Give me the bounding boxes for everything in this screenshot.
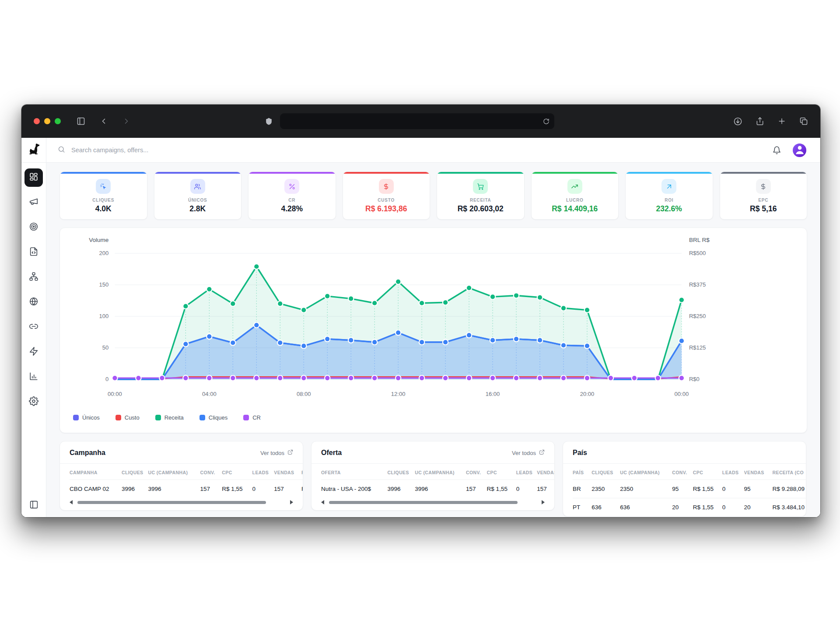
tab-overview-icon[interactable] (799, 117, 808, 126)
clicks-icon (96, 179, 111, 194)
svg-text:150: 150 (99, 282, 109, 288)
column-header: CPC (222, 464, 252, 480)
user-icon (794, 144, 805, 157)
globe-icon (29, 297, 38, 308)
app-topbar (21, 138, 820, 163)
legend-swatch (243, 415, 249, 420)
search-input[interactable] (70, 146, 289, 154)
percent-icon (284, 179, 299, 194)
sidebar-item-landers[interactable] (24, 243, 43, 262)
kpi-card-custo: CUSTOR$ 6.193,86 (343, 172, 430, 220)
url-input[interactable] (280, 118, 554, 125)
column-header: UC (CAMPANHA) (148, 464, 200, 480)
avatar[interactable] (793, 144, 806, 157)
sidebar-item-reports[interactable] (24, 368, 43, 386)
scroll-right-arrow[interactable] (542, 500, 545, 504)
column-header: CLIQUES (122, 464, 148, 480)
new-tab-icon[interactable] (777, 117, 786, 126)
traffic-lights (34, 118, 61, 124)
scroll-left-arrow[interactable] (70, 500, 73, 504)
sidebar-toggle-icon[interactable] (77, 117, 85, 126)
sidebar-item-automations[interactable] (24, 343, 43, 361)
collapse-sidebar-icon[interactable] (29, 500, 38, 511)
table-cell: 95 (672, 480, 693, 498)
svg-text:12:00: 12:00 (391, 391, 406, 397)
dog-logo-icon (27, 143, 40, 158)
table-cell: 3996 (148, 480, 200, 498)
kpi-value: 4.28% (248, 204, 336, 214)
horizontal-scrollbar[interactable] (70, 500, 293, 504)
column-header: UC (CAMPANHA) (415, 464, 466, 480)
scroll-right-arrow[interactable] (290, 500, 293, 504)
ver-todos-link[interactable]: Ver todos (512, 449, 545, 456)
kpi-value: R$ 20.603,02 (437, 204, 524, 214)
kpi-value: 2.8K (154, 204, 242, 214)
legend-label: CR (252, 414, 261, 421)
legend-item-únicos[interactable]: Únicos (73, 414, 100, 421)
column-header: RECEITA (CO (773, 464, 807, 480)
table-cell: PT (573, 498, 592, 517)
forward-icon[interactable] (122, 117, 131, 126)
table-cell: 157 (537, 480, 555, 498)
address-bar[interactable] (280, 113, 554, 129)
sidebar-item-settings[interactable] (24, 393, 43, 411)
legend-swatch (73, 415, 79, 420)
scrollbar-thumb[interactable] (77, 501, 266, 504)
table-cell: 95 (744, 480, 773, 498)
sidebar-item-funnels[interactable] (24, 268, 43, 287)
horizontal-scrollbar[interactable] (321, 500, 545, 504)
kpi-label: LUCRO (532, 198, 619, 203)
scrollbar-thumb[interactable] (329, 501, 518, 504)
app-logo[interactable] (21, 138, 46, 162)
legend-item-cr[interactable]: CR (243, 414, 261, 421)
svg-text:R$375: R$375 (689, 282, 706, 288)
scroll-left-arrow[interactable] (321, 500, 324, 504)
minimize-button[interactable] (44, 118, 50, 124)
search-bar[interactable] (46, 146, 772, 155)
legend-item-custo[interactable]: Custo (116, 414, 140, 421)
reload-icon[interactable] (543, 118, 550, 125)
ver-todos-link[interactable]: Ver todos (260, 449, 293, 456)
download-icon[interactable] (733, 117, 742, 126)
sidebar-item-offers[interactable] (24, 218, 43, 237)
panel-title: Oferta (321, 449, 342, 457)
column-header: LEADS (252, 464, 274, 480)
sidebar-item-links[interactable] (24, 318, 43, 336)
column-header: LEADS (722, 464, 744, 480)
dollar-icon (756, 179, 771, 194)
share-icon[interactable] (756, 117, 764, 126)
panel-title: Campanha (70, 449, 105, 457)
sidebar-item-domains[interactable] (24, 293, 43, 312)
panel-oferta: Oferta Ver todos OFERTACLIQUESUC (CAMPAN… (311, 441, 555, 511)
shield-icon[interactable] (265, 117, 273, 126)
table-row: CBO CAMP 0239963996157R$ 1,550157R (70, 480, 303, 498)
legend-item-cliques[interactable]: Cliques (200, 414, 228, 421)
bottom-panels: Campanha Ver todos CAMPANHACLIQUESUC (CA… (60, 441, 807, 517)
table-cell: 157 (466, 480, 487, 498)
kpi-card-receita: RECEITAR$ 20.603,02 (437, 172, 525, 220)
sidebar-item-dashboard[interactable] (24, 168, 43, 187)
table-cell: 20 (672, 498, 693, 517)
target-icon (29, 222, 38, 233)
zoom-button[interactable] (55, 118, 61, 124)
svg-text:50: 50 (102, 345, 109, 351)
legend-item-receita[interactable]: Receita (155, 414, 184, 421)
back-icon[interactable] (99, 117, 108, 126)
sidebar-item-campaigns[interactable] (24, 193, 43, 212)
column-header: CAMPANHA (70, 464, 122, 480)
close-button[interactable] (34, 118, 40, 124)
svg-text:00:00: 00:00 (108, 391, 122, 397)
table-cell: R$ 1,55 (222, 480, 252, 498)
column-header: PAÍS (573, 464, 592, 480)
table-cell: R$ 9.288,09 (773, 480, 807, 498)
column-header: OFERTA (321, 464, 387, 480)
kpi-card-roi: ROI232.6% (625, 172, 713, 220)
kpi-row: CLIQUES4.0KÚNICOS2.8KCR4.28%CUSTOR$ 6.19… (60, 172, 807, 220)
column-header: R (301, 464, 303, 480)
table-cell: 20 (744, 498, 773, 517)
notifications-bell-icon[interactable] (772, 146, 781, 155)
table-cell: 0 (722, 480, 744, 498)
main-content: CLIQUES4.0KÚNICOS2.8KCR4.28%CUSTOR$ 6.19… (46, 163, 820, 517)
column-header: CPC (487, 464, 516, 480)
table-cell: Nutra - USA - 200$ (321, 480, 387, 498)
